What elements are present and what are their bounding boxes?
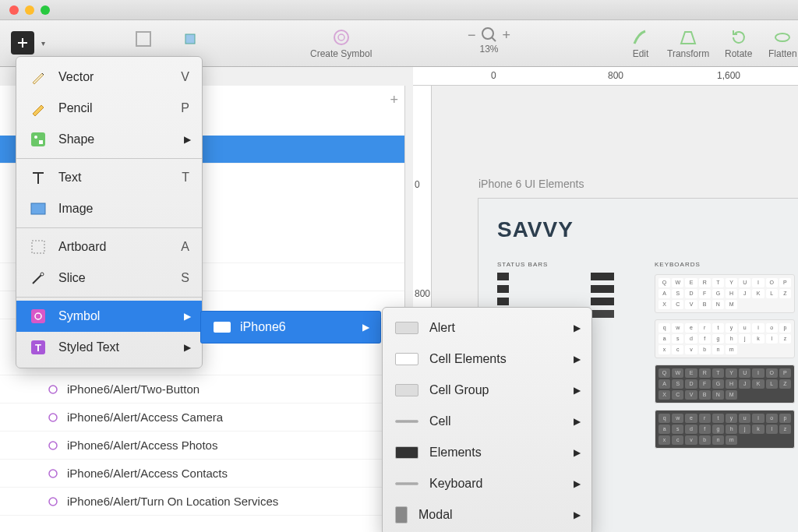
- chevron-right-icon: ▶: [574, 416, 581, 427]
- rotate-tool[interactable]: Rotate: [725, 26, 752, 59]
- savvy-logo: SAVVY: [497, 217, 795, 242]
- flatten-tool[interactable]: Flatten: [768, 26, 797, 59]
- magnifier-icon: [481, 26, 498, 44]
- layer-row[interactable]: iPhone6/Alert/Access Contacts: [0, 460, 404, 488]
- statusbar-preview: [497, 285, 614, 293]
- slice-icon: [29, 269, 48, 287]
- artboard-icon: [29, 238, 48, 256]
- create-symbol-button[interactable]: Create Symbol: [310, 26, 372, 59]
- thumb-icon: [395, 420, 418, 423]
- menu-item-styled-text[interactable]: T Styled Text ▶: [16, 332, 202, 363]
- submenu-item-keyboard[interactable]: Keyboard▶: [383, 468, 591, 499]
- artboard-title: iPhone 6 UI Elements: [478, 178, 584, 190]
- image-icon: [29, 199, 48, 218]
- folder-icon: [214, 322, 231, 333]
- keyboard-preview-dark-upper: QWERTYUIOPASDFGHJKLZXCVBNM: [655, 365, 795, 403]
- group-tool-1[interactable]: [132, 28, 154, 50]
- svg-point-4: [775, 33, 789, 41]
- svg-rect-1: [185, 34, 195, 44]
- submenu-symbol-iphone6[interactable]: iPhone6 ▶: [201, 312, 380, 343]
- chevron-right-icon: ▶: [574, 385, 581, 396]
- statusbar-preview: [497, 273, 614, 280]
- thumb-icon: [395, 384, 418, 396]
- menu-separator: [16, 227, 202, 228]
- shape-icon: [29, 130, 48, 149]
- svg-rect-7: [39, 140, 43, 144]
- minimize-window-button[interactable]: [25, 5, 34, 15]
- keyboard-preview-dark-lower: qwertyuiopasdfghjklzxcvbnm: [655, 410, 795, 449]
- submenu-item-cell-group[interactable]: Cell Group▶: [383, 375, 591, 406]
- layer-row[interactable]: iPhone6/Alert/Turn On Location Services: [0, 488, 404, 516]
- chevron-right-icon: ▶: [184, 134, 191, 145]
- chevron-right-icon: ▶: [574, 509, 581, 520]
- group-tool-2[interactable]: [179, 28, 201, 50]
- symbol-icon: [29, 307, 48, 326]
- svg-rect-5: [31, 132, 45, 146]
- create-symbol-label: Create Symbol: [310, 48, 372, 59]
- maximize-window-button[interactable]: [41, 5, 50, 15]
- submenu-item-alert[interactable]: Alert▶: [383, 312, 591, 344]
- svg-point-3: [482, 28, 493, 39]
- submenu-item-modal[interactable]: Modal▶: [383, 499, 591, 530]
- statusbar-preview: [497, 298, 614, 305]
- svg-point-10: [41, 273, 44, 276]
- ruler-horizontal: 0 800 1,600: [413, 67, 798, 86]
- pencil-icon: [29, 99, 48, 118]
- transform-tool[interactable]: Transform: [667, 26, 709, 59]
- svg-rect-0: [136, 32, 150, 46]
- svg-point-6: [34, 136, 37, 139]
- menu-item-vector[interactable]: Vector V: [16, 62, 202, 93]
- insert-dropdown-button[interactable]: [11, 31, 34, 55]
- text-icon: [29, 168, 48, 187]
- layer-row[interactable]: iPhone6/Alert/Access Camera: [0, 403, 404, 432]
- menu-item-symbol[interactable]: Symbol ▶: [16, 301, 202, 332]
- close-window-button[interactable]: [9, 5, 19, 15]
- menu-separator: [16, 297, 202, 298]
- vector-icon: [29, 68, 48, 86]
- menu-item-artboard[interactable]: Artboard A: [16, 231, 202, 262]
- submenu-iphone6-contents[interactable]: Alert▶ Cell Elements▶ Cell Group▶ Cell▶ …: [382, 307, 592, 532]
- zoom-out[interactable]: −: [468, 27, 476, 44]
- submenu-item-cell[interactable]: Cell▶: [383, 406, 591, 437]
- menu-separator: [16, 158, 202, 159]
- thumb-icon: [395, 506, 408, 523]
- thumb-icon: [395, 353, 418, 365]
- zoom-in[interactable]: +: [503, 27, 511, 44]
- svg-text:T: T: [35, 342, 41, 354]
- chevron-right-icon: ▶: [184, 311, 191, 322]
- chevron-right-icon: ▶: [184, 342, 191, 353]
- titlebar: [0, 0, 798, 20]
- submenu-item-cell-elements[interactable]: Cell Elements▶: [383, 344, 591, 375]
- menu-item-image[interactable]: Image: [16, 193, 202, 224]
- svg-point-2: [334, 30, 348, 44]
- menu-item-slice[interactable]: Slice S: [16, 262, 202, 294]
- svg-rect-11: [31, 309, 45, 323]
- thumb-icon: [395, 446, 418, 459]
- menu-item-pencil[interactable]: Pencil P: [16, 93, 202, 124]
- svg-rect-8: [31, 203, 45, 214]
- add-layer-icon[interactable]: +: [390, 92, 398, 108]
- zoom-value: 13%: [480, 44, 499, 55]
- insert-menu[interactable]: Vector V Pencil P Shape ▶ Text T Image A…: [16, 56, 203, 368]
- zoom-control[interactable]: − + 13%: [468, 26, 510, 55]
- keyboard-preview-light-lower: qwertyuiopasdfghjklzxcvbnm: [655, 319, 795, 358]
- menu-item-text[interactable]: Text T: [16, 162, 202, 193]
- layer-row[interactable]: iPhone6/Alert/Two-Button: [0, 375, 404, 403]
- svg-rect-9: [32, 241, 44, 253]
- chevron-right-icon: ▶: [574, 478, 581, 489]
- submenu-item-elements[interactable]: Elements▶: [383, 437, 591, 468]
- styled-text-icon: T: [29, 338, 48, 357]
- menu-item-shape[interactable]: Shape ▶: [16, 124, 202, 155]
- chevron-right-icon: ▶: [574, 322, 581, 333]
- layer-row[interactable]: iPhone6/Alert/Access Photos: [0, 432, 404, 460]
- chevron-right-icon: ▶: [574, 354, 581, 365]
- edit-tool[interactable]: Edit: [630, 26, 651, 59]
- chevron-right-icon: ▶: [362, 322, 369, 333]
- chevron-right-icon: ▶: [574, 447, 581, 458]
- keyboard-preview-light-upper: QWERTYUIOPASDFGHJKLZXCVBNM: [655, 274, 795, 313]
- thumb-icon: [395, 482, 418, 485]
- thumb-icon: [395, 322, 418, 334]
